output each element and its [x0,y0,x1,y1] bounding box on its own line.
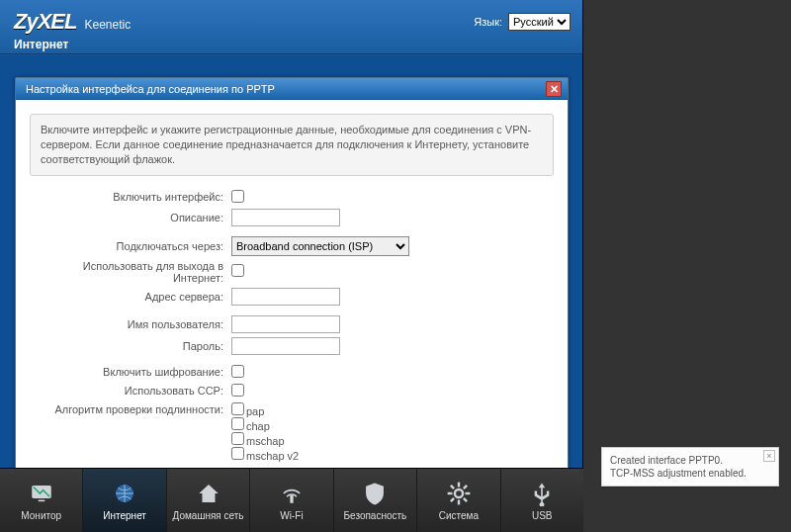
ccp-label: Использовать CCP: [30,382,227,400]
server-input[interactable] [231,288,340,306]
auth-pap-checkbox[interactable] [231,402,244,415]
pptp-modal: Настройка интерфейса для соединения по P… [15,77,569,532]
toast-line2: TCP-MSS adjustment enabled. [610,467,760,480]
nav-shield[interactable]: Безопасность [334,469,417,532]
nav-label: Домашняя сеть [173,510,244,521]
toast-line1: Created interface PPTP0. [610,454,760,467]
svg-rect-3 [290,494,293,502]
section-title: Интернет [14,38,571,55]
wifi-icon [279,481,305,506]
nav-monitor[interactable]: Монитор [0,469,83,532]
enable-label: Включить интерфейс: [30,188,227,207]
password-input[interactable] [231,337,340,355]
auth-pap-label: pap [246,405,264,417]
nav-house[interactable]: Домашняя сеть [167,469,250,532]
nav-label: USB [532,510,553,521]
useinternet-label: Использовать для выхода в Интернет: [30,258,227,286]
auth-chap-checkbox[interactable] [231,417,244,430]
ccp-checkbox[interactable] [231,384,244,397]
username-input[interactable] [231,315,340,333]
server-label: Адрес сервера: [30,286,227,308]
description-label: Описание: [30,207,227,228]
auth-mschap-checkbox[interactable] [231,432,244,445]
auth-chap-label: chap [246,420,270,432]
modal-hint: Включите интерфейс и укажите регистрацио… [30,114,554,176]
usb-icon [529,481,555,506]
auth-mschapv2-label: mschap v2 [246,450,299,462]
monitor-icon [29,481,54,506]
nav-globe[interactable]: Интернет [83,469,166,532]
nav-gear[interactable]: Система [417,469,500,532]
svg-line-10 [464,497,467,500]
svg-line-12 [464,485,467,488]
auth-label: Алгоритм проверки подлинности: [30,400,227,464]
nav-label: Монитор [21,510,61,521]
encrypt-checkbox[interactable] [231,365,244,378]
auth-mschap-label: mschap [246,435,285,447]
connectvia-label: Подключаться через: [30,234,227,258]
svg-line-11 [451,497,454,500]
auth-mschapv2-checkbox[interactable] [231,447,244,460]
useinternet-checkbox[interactable] [231,264,244,277]
toast: Created interface PPTP0. TCP-MSS adjustm… [601,447,779,487]
nav-label: Система [439,510,479,521]
encrypt-label: Включить шифрование: [30,363,227,382]
nav-label: Интернет [103,510,146,521]
toast-close-icon[interactable]: × [763,450,775,462]
svg-line-9 [451,485,454,488]
language-label: Язык: [474,16,502,28]
description-input[interactable] [231,209,340,226]
username-label: Имя пользователя: [30,313,227,335]
svg-point-4 [455,488,463,496]
svg-rect-1 [38,499,44,501]
shield-icon [362,481,388,506]
gear-icon [446,481,472,506]
modal-title: Настройка интерфейса для соединения по P… [26,83,275,95]
bottom-nav: Монитор Интернет Домашняя сеть Wi-Fi Без… [0,468,583,532]
nav-label: Безопасность [344,510,407,521]
brand-logo: ZyXEL [14,11,76,33]
language-select[interactable]: Русский [508,13,571,31]
brand-model: Keenetic [84,18,131,32]
nav-usb[interactable]: USB [501,469,583,532]
nav-label: Wi-Fi [280,510,303,521]
password-label: Пароль: [30,335,227,357]
enable-checkbox[interactable] [231,190,244,203]
nav-wifi[interactable]: Wi-Fi [250,469,333,532]
close-icon[interactable]: ✕ [546,81,562,97]
globe-icon [112,481,137,506]
house-icon [196,481,221,506]
connectvia-select[interactable]: Broadband connection (ISP) [231,236,409,256]
